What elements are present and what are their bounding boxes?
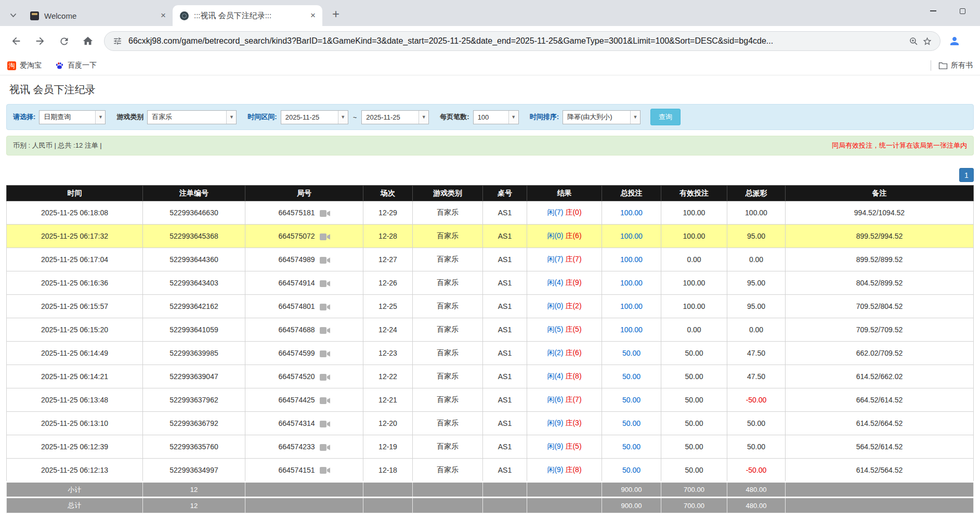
game-type-select[interactable]: 百家乐 ▼ (147, 110, 237, 124)
video-icon[interactable] (320, 374, 330, 381)
close-tab-icon[interactable]: × (308, 10, 318, 21)
total-bet-link[interactable]: 100.00 (620, 302, 643, 310)
total-bet-link[interactable]: 50.00 (622, 372, 641, 381)
payout-cell: 50.00 (727, 412, 786, 435)
game-type-cell: 百家乐 (413, 225, 483, 248)
address-bar[interactable]: 66cxkj98.com/game/betrecord_search/kind3… (104, 31, 940, 51)
table-number-cell: AS1 (483, 459, 527, 482)
tab-bet-record[interactable]: :::视讯 会员下注纪录::: × (173, 5, 322, 26)
close-tab-icon[interactable]: × (158, 10, 168, 21)
sort-order-select[interactable]: 降幂(由大到小) ▼ (563, 110, 641, 124)
round-number: 664574151 (278, 466, 315, 474)
total-bet-link[interactable]: 50.00 (622, 466, 641, 474)
valid-bet-cell: 50.00 (661, 412, 727, 435)
banker-result: 庄(6) (565, 231, 581, 240)
bookmark-star-icon[interactable] (920, 34, 934, 48)
note-cell: 564.52/614.52 (786, 435, 974, 459)
session-cell: 12-19 (363, 435, 413, 459)
round-number: 664574314 (278, 419, 315, 427)
select-value: 2025-11-25 (281, 113, 338, 121)
home-button[interactable] (77, 31, 98, 51)
banker-result: 庄(3) (565, 419, 581, 427)
total-bet-link[interactable]: 50.00 (622, 396, 641, 404)
video-icon[interactable] (320, 397, 330, 404)
subtotal-row-cell-2 (245, 482, 363, 498)
page-content: 视讯 会员下注纪录 请选择: 日期查询 ▼ 游戏类别 百家乐 ▼ 时间区间: 2… (0, 75, 980, 513)
page-1-button[interactable]: 1 (959, 168, 974, 182)
note-cell: 994.52/1094.52 (786, 201, 974, 225)
site-settings-icon[interactable] (111, 34, 124, 48)
payout-cell: 95.00 (727, 295, 786, 318)
tab-welcome[interactable]: Welcome × (23, 5, 173, 26)
select-value: 100 (474, 113, 508, 121)
bet-row: 2025-11-25 06:14:21522993639047664574520… (7, 365, 974, 388)
valid-bet-cell: 100.00 (661, 225, 727, 248)
result-cell: 闲(0) 庄(2) (527, 295, 602, 318)
reload-button[interactable] (54, 31, 74, 51)
table-number-cell: AS1 (483, 225, 527, 248)
bet-id-cell: 522993644360 (143, 248, 245, 271)
video-icon[interactable] (320, 444, 330, 451)
search-button[interactable]: 查询 (650, 109, 681, 125)
player-result: 闲(0) (547, 231, 563, 240)
date-end-select[interactable]: 2025-11-25 ▼ (361, 110, 429, 124)
valid-bet-cell: 50.00 (661, 459, 727, 482)
column-header: 有效投注 (661, 186, 727, 201)
video-icon[interactable] (320, 280, 330, 287)
date-start-select[interactable]: 2025-11-25 ▼ (281, 110, 348, 124)
round-number: 664575181 (278, 209, 315, 217)
video-icon[interactable] (320, 350, 330, 357)
bet-record-favicon-icon (180, 11, 189, 20)
total-bet-link[interactable]: 100.00 (620, 232, 643, 240)
time-cell: 2025-11-25 06:17:04 (7, 248, 143, 271)
total-bet-link[interactable]: 100.00 (620, 326, 643, 334)
time-cell: 2025-11-25 06:18:08 (7, 201, 143, 225)
video-icon[interactable] (320, 304, 330, 310)
forward-button[interactable] (30, 31, 50, 51)
total-bet-link[interactable]: 100.00 (620, 255, 643, 264)
total-row-cell-6 (527, 498, 602, 513)
video-icon[interactable] (320, 421, 330, 427)
maximize-button[interactable] (948, 0, 977, 22)
total-bet-link[interactable]: 100.00 (620, 209, 643, 217)
all-bookmarks[interactable]: 所有书 (931, 60, 973, 71)
select-value: 日期查询 (40, 112, 95, 122)
note-cell: 614.52/662.02 (786, 365, 974, 388)
time-cell: 2025-11-25 06:14:21 (7, 365, 143, 388)
filter-panel: 请选择: 日期查询 ▼ 游戏类别 百家乐 ▼ 时间区间: 2025-11-25 … (6, 104, 974, 130)
game-type-cell: 百家乐 (413, 459, 483, 482)
session-cell: 12-24 (363, 318, 413, 342)
folder-icon (938, 61, 947, 70)
total-bet-cell: 50.00 (602, 459, 661, 482)
total-bet-link[interactable]: 50.00 (622, 443, 641, 451)
zoom-icon[interactable] (907, 34, 920, 48)
video-icon[interactable] (320, 327, 330, 334)
minimize-button[interactable] (919, 0, 948, 22)
total-bet-cell: 100.00 (602, 271, 661, 295)
video-icon[interactable] (320, 467, 330, 474)
note-cell: 614.52/664.52 (786, 412, 974, 435)
player-result: 闲(9) (547, 465, 563, 474)
per-page-select[interactable]: 100 ▼ (473, 110, 519, 124)
bet-id-cell: 522993639047 (143, 365, 245, 388)
date-range-separator: ~ (353, 113, 357, 121)
query-type-select[interactable]: 日期查询 ▼ (39, 110, 106, 124)
payout-cell: 95.00 (727, 271, 786, 295)
total-row-cell-8: 700.00 (661, 498, 727, 513)
bookmark-taobao[interactable]: 淘 爱淘宝 (7, 61, 42, 70)
back-button[interactable] (6, 31, 27, 51)
total-bet-link[interactable]: 50.00 (622, 349, 641, 357)
total-bet-link[interactable]: 100.00 (620, 279, 643, 287)
video-icon[interactable] (320, 257, 330, 264)
session-cell: 12-28 (363, 225, 413, 248)
video-icon[interactable] (320, 233, 330, 240)
round-cell: 664575181 (245, 201, 363, 225)
page-title: 视讯 会员下注纪录 (9, 83, 974, 97)
new-tab-button[interactable]: + (328, 6, 344, 22)
bookmark-baidu[interactable]: 百度一下 (55, 61, 97, 70)
video-icon[interactable] (320, 210, 330, 217)
result-cell: 闲(2) 庄(6) (527, 342, 602, 365)
tab-search-chevron-icon[interactable] (5, 7, 21, 23)
total-bet-link[interactable]: 50.00 (622, 419, 641, 427)
profile-avatar[interactable] (945, 31, 964, 51)
